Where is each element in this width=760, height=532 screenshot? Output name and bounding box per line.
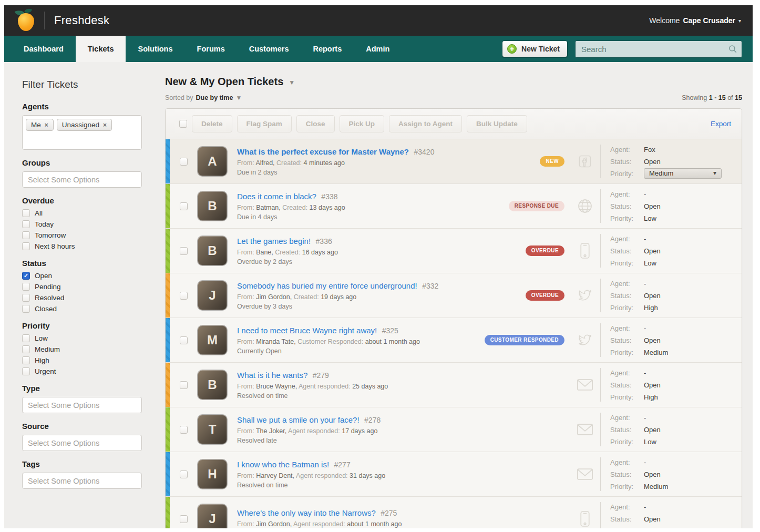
ticket-title-link[interactable]: I need to meet Bruce Wayne right away!	[237, 326, 377, 335]
status-checkbox[interactable]	[22, 283, 30, 291]
status-checkbox[interactable]	[22, 305, 30, 313]
bulk-action-button[interactable]: Flag Spam	[237, 115, 292, 132]
event-time: about 1 month ago	[347, 520, 402, 528]
ticket-meta: From: Jim Gordon, Agent responded: about…	[237, 520, 473, 528]
sort-value: Due by time	[196, 94, 233, 101]
priority-value[interactable]: Medium	[644, 527, 668, 529]
priority-value[interactable]: Low	[644, 438, 656, 446]
ticket-title-link[interactable]: Somebody has buried my entire force unde…	[237, 281, 417, 290]
overdue-checkbox[interactable]	[22, 231, 30, 239]
remove-chip-icon[interactable]: ×	[45, 121, 48, 129]
divider	[600, 234, 601, 268]
nav-tab[interactable]: Dashboard	[12, 36, 76, 62]
bulk-action-button[interactable]: Close	[296, 115, 335, 132]
nav-tab[interactable]: Reports	[301, 36, 354, 62]
bulk-action-button[interactable]: Delete	[192, 115, 232, 132]
overdue-option[interactable]: Tomorrow	[22, 231, 145, 239]
ticket-row: B Let the games begin! #336 From: Bane, …	[166, 228, 742, 273]
ticket-title-link[interactable]: Does it come in black?	[237, 192, 316, 201]
nav-tab[interactable]: Solutions	[126, 36, 184, 62]
status-option[interactable]: Pending	[22, 283, 145, 291]
due-status-text: Due in 2 days	[237, 169, 473, 176]
requester-name: Alfred,	[255, 159, 274, 167]
nav-tab[interactable]: Forums	[185, 36, 237, 62]
priority-checkbox[interactable]	[22, 356, 30, 364]
bulk-action-button[interactable]: Pick Up	[340, 115, 385, 132]
export-link[interactable]: Export	[711, 120, 731, 128]
ticket-checkbox[interactable]	[180, 247, 188, 255]
bulk-action-button[interactable]: Assign to Agent	[389, 115, 462, 132]
priority-value[interactable]: Low	[644, 259, 656, 267]
ticket-meta: From: Bruce Wayne, Agent responded: 25 d…	[237, 383, 473, 390]
due-status-strip	[166, 363, 170, 407]
overdue-checkbox[interactable]	[22, 209, 30, 217]
ticket-title-link[interactable]: Where's the only way into the Narrows?	[237, 508, 376, 517]
divider	[600, 368, 601, 402]
ticket-checkbox[interactable]	[180, 292, 188, 300]
status-option[interactable]: Open	[22, 272, 145, 280]
view-dropdown-icon[interactable]: ▼	[289, 77, 295, 86]
source-select-input[interactable]	[22, 435, 142, 451]
priority-value[interactable]: Medium	[644, 483, 668, 490]
overdue-option[interactable]: All	[22, 209, 145, 217]
priority-value[interactable]: Medium	[644, 349, 668, 356]
status-checkbox[interactable]	[22, 294, 30, 302]
tags-select-input[interactable]	[22, 473, 142, 489]
priority-option[interactable]: Medium	[22, 345, 145, 353]
status-option[interactable]: Resolved	[22, 294, 145, 302]
status-value: Open	[644, 381, 661, 389]
ticket-checkbox[interactable]	[180, 426, 188, 434]
ticket-checkbox[interactable]	[180, 336, 188, 344]
nav-tab[interactable]: Customers	[237, 36, 301, 62]
priority-checkbox[interactable]	[22, 345, 30, 353]
event-label: Agent responded:	[288, 427, 340, 435]
priority-option-label: Urgent	[35, 367, 56, 375]
priority-checkbox[interactable]	[22, 367, 30, 375]
ticket-title-link[interactable]: I know who the Batman is!	[237, 460, 329, 469]
event-time: about 1 month ago	[365, 338, 420, 345]
agent-chip[interactable]: Me ×	[26, 119, 54, 131]
bulk-action-button[interactable]: Bulk Update	[467, 115, 527, 132]
ticket-title-link[interactable]: Shall we put a smile on your face?!	[237, 415, 360, 424]
search-input[interactable]	[575, 40, 742, 58]
ticket-checkbox[interactable]	[180, 202, 188, 210]
nav-tab[interactable]: Admin	[354, 36, 402, 62]
priority-value[interactable]: High	[644, 304, 658, 312]
ticket-checkbox[interactable]	[180, 381, 188, 389]
priority-option[interactable]: Low	[22, 334, 145, 342]
user-menu[interactable]: Welcome Cape Crusader ▾	[649, 16, 741, 25]
priority-value[interactable]: Medium	[644, 168, 722, 179]
priority-option[interactable]: Urgent	[22, 367, 145, 375]
new-ticket-button[interactable]: + New Ticket	[502, 40, 568, 57]
priority-value[interactable]: High	[644, 393, 658, 401]
select-all-checkbox[interactable]	[179, 120, 187, 128]
agents-filter-box[interactable]: Me × Unassigned ×	[22, 115, 142, 150]
priority-option-label: Medium	[35, 345, 60, 353]
overdue-option[interactable]: Today	[22, 220, 145, 228]
ticket-checkbox[interactable]	[180, 515, 188, 523]
priority-value[interactable]: Low	[644, 214, 656, 222]
sort-control[interactable]: Sorted by Due by time ▼	[165, 93, 242, 101]
overdue-checkbox[interactable]	[22, 220, 30, 228]
overdue-checkbox[interactable]	[22, 242, 30, 250]
ticket-title-link[interactable]: What is it he wants?	[237, 371, 307, 380]
agent-value: -	[644, 190, 646, 198]
priority-checkbox[interactable]	[22, 334, 30, 342]
groups-select-input[interactable]	[22, 171, 142, 188]
status-option[interactable]: Closed	[22, 305, 145, 313]
priority-option[interactable]: High	[22, 356, 145, 364]
remove-chip-icon[interactable]: ×	[103, 121, 107, 129]
type-select-input[interactable]	[22, 397, 142, 413]
ticket-title-link[interactable]: Let the games begin!	[237, 237, 311, 245]
ticket-checkbox[interactable]	[180, 158, 188, 166]
priority-options: Low Medium High Urgent	[22, 334, 145, 375]
ticket-checkbox[interactable]	[180, 470, 188, 478]
status-checkbox[interactable]	[22, 272, 30, 280]
nav-tab[interactable]: Tickets	[76, 36, 126, 62]
search-icon[interactable]	[728, 44, 737, 56]
event-label: Agent responded:	[293, 520, 345, 528]
event-time: 13 days ago	[310, 204, 345, 211]
ticket-title-link[interactable]: What is the perfect excuse for Master Wa…	[237, 147, 409, 156]
agent-chip[interactable]: Unassigned ×	[57, 119, 112, 131]
overdue-option[interactable]: Next 8 hours	[22, 242, 145, 250]
